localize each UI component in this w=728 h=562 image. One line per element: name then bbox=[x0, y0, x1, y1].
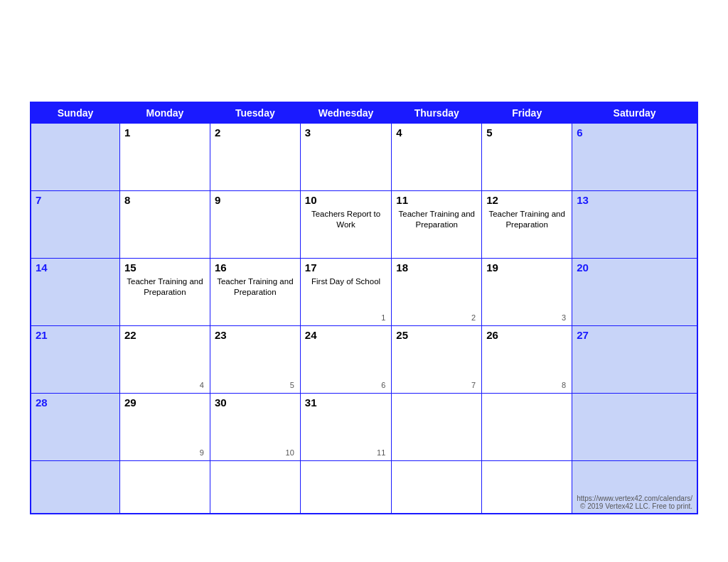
day-number: 24 bbox=[305, 329, 387, 341]
calendar-cell: 6 bbox=[572, 123, 697, 190]
footer-copyright: © 2019 Vertex42 LLC. Free to print. bbox=[580, 502, 692, 510]
day-number: 23 bbox=[215, 329, 296, 341]
event-label: First Day of School bbox=[305, 276, 387, 287]
calendar-cell: 3010 bbox=[210, 393, 300, 460]
calendar-cell bbox=[392, 393, 482, 460]
week-row-0: 123456 bbox=[31, 123, 697, 190]
week-row-3: 2122423524625726827 bbox=[31, 325, 697, 393]
day-header-sunday: Sunday bbox=[31, 102, 119, 124]
calendar-cell: 299 bbox=[119, 393, 210, 460]
calendar-cell: 9 bbox=[210, 190, 300, 258]
school-day-number: 10 bbox=[286, 448, 294, 457]
event-label: Teachers Report to Work bbox=[305, 209, 387, 230]
day-header-saturday: Saturday bbox=[572, 102, 697, 124]
calendar-header-row: SundayMondayTuesdayWednesdayThursdayFrid… bbox=[31, 102, 697, 124]
calendar-cell: 2 bbox=[210, 123, 300, 190]
day-number: 13 bbox=[577, 194, 692, 206]
week-row-5: https://www.vertex42.com/calendars/© 201… bbox=[31, 460, 697, 514]
month-year bbox=[677, 55, 698, 93]
calendar-cell: 182 bbox=[392, 258, 482, 325]
school-day-number: 6 bbox=[381, 381, 385, 389]
day-header-monday: Monday bbox=[119, 102, 210, 124]
days-of-week-row: SundayMondayTuesdayWednesdayThursdayFrid… bbox=[31, 102, 697, 124]
event-label: Teacher Training and Preparation bbox=[486, 209, 567, 230]
calendar-cell bbox=[572, 393, 697, 460]
day-number: 10 bbox=[305, 194, 387, 206]
calendar-cell: 12Teacher Training and Preparation bbox=[482, 190, 572, 258]
calendar-body: 12345678910Teachers Report to Work11Teac… bbox=[31, 123, 697, 514]
footer-url: https://www.vertex42.com/calendars/ bbox=[577, 495, 692, 502]
calendar-cell: 21 bbox=[31, 325, 119, 393]
calendar-cell bbox=[300, 460, 392, 514]
calendar-cell bbox=[119, 460, 210, 514]
calendar-cell: 257 bbox=[392, 325, 482, 393]
calendar-cell bbox=[482, 460, 572, 514]
calendar-cell: 4 bbox=[392, 123, 482, 190]
day-number: 1 bbox=[124, 126, 205, 139]
calendar-page: SundayMondayTuesdayWednesdayThursdayFrid… bbox=[16, 40, 712, 522]
day-number: 17 bbox=[305, 261, 387, 274]
calendar-cell: 10Teachers Report to Work bbox=[300, 190, 392, 258]
calendar-cell: 193 bbox=[482, 258, 572, 325]
day-header-wednesday: Wednesday bbox=[300, 102, 392, 124]
school-day-number: 5 bbox=[290, 381, 294, 389]
week-row-1: 78910Teachers Report to Work11Teacher Tr… bbox=[31, 190, 697, 258]
day-number: 16 bbox=[215, 261, 296, 274]
calendar-cell bbox=[210, 460, 300, 514]
day-number: 31 bbox=[305, 396, 387, 409]
school-day-number: 3 bbox=[562, 313, 566, 322]
day-number: 7 bbox=[36, 194, 115, 206]
calendar-cell: 17First Day of School1 bbox=[300, 258, 392, 325]
calendar-cell: 235 bbox=[210, 325, 300, 393]
day-number: 9 bbox=[215, 194, 296, 206]
school-day-number: 7 bbox=[471, 381, 476, 389]
day-header-tuesday: Tuesday bbox=[210, 102, 300, 124]
calendar-cell: 11Teacher Training and Preparation bbox=[392, 190, 482, 258]
calendar-cell bbox=[482, 393, 572, 460]
calendar-cell bbox=[31, 460, 119, 514]
school-day-number: 2 bbox=[471, 313, 476, 322]
week-row-2: 1415Teacher Training and Preparation16Te… bbox=[31, 258, 697, 325]
school-day-number: 1 bbox=[381, 313, 385, 322]
day-number: 4 bbox=[396, 126, 477, 139]
calendar-cell: 20 bbox=[572, 258, 697, 325]
calendar-cell: 28 bbox=[31, 393, 119, 460]
day-number: 15 bbox=[124, 261, 205, 274]
day-number: 12 bbox=[486, 194, 567, 206]
calendar-table: SundayMondayTuesdayWednesdayThursdayFrid… bbox=[30, 102, 698, 515]
day-header-friday: Friday bbox=[482, 102, 572, 124]
event-label: Teacher Training and Preparation bbox=[215, 276, 296, 298]
calendar-cell: 224 bbox=[119, 325, 210, 393]
day-number: 26 bbox=[486, 329, 567, 341]
school-day-number: 9 bbox=[200, 448, 204, 457]
calendar-cell: 14 bbox=[31, 258, 119, 325]
day-number: 28 bbox=[36, 396, 115, 409]
day-header-thursday: Thursday bbox=[392, 102, 482, 124]
day-number: 21 bbox=[36, 329, 115, 341]
school-day-number: 4 bbox=[200, 381, 204, 389]
calendar-cell: 1 bbox=[119, 123, 210, 190]
day-number: 14 bbox=[36, 261, 115, 274]
event-label: Teacher Training and Preparation bbox=[396, 209, 477, 230]
calendar-cell: 5 bbox=[482, 123, 572, 190]
calendar-cell: 15Teacher Training and Preparation bbox=[119, 258, 210, 325]
day-number: 25 bbox=[396, 329, 477, 341]
day-number: 5 bbox=[486, 126, 567, 139]
day-number: 27 bbox=[577, 329, 692, 341]
event-label: Teacher Training and Preparation bbox=[124, 276, 205, 298]
day-number: 19 bbox=[486, 261, 567, 274]
calendar-cell: 7 bbox=[31, 190, 119, 258]
day-number: 8 bbox=[124, 194, 205, 206]
calendar-cell: 13 bbox=[572, 190, 697, 258]
calendar-cell: https://www.vertex42.com/calendars/© 201… bbox=[572, 460, 697, 514]
school-day-number: 8 bbox=[562, 381, 566, 389]
day-number: 2 bbox=[215, 126, 296, 139]
day-number: 3 bbox=[305, 126, 387, 139]
calendar-cell bbox=[31, 123, 119, 190]
week-row-4: 2829930103111 bbox=[31, 393, 697, 460]
calendar-header bbox=[30, 55, 698, 93]
day-number: 20 bbox=[577, 261, 692, 274]
day-number: 6 bbox=[577, 126, 692, 139]
calendar-cell: 268 bbox=[482, 325, 572, 393]
calendar-cell bbox=[392, 460, 482, 514]
